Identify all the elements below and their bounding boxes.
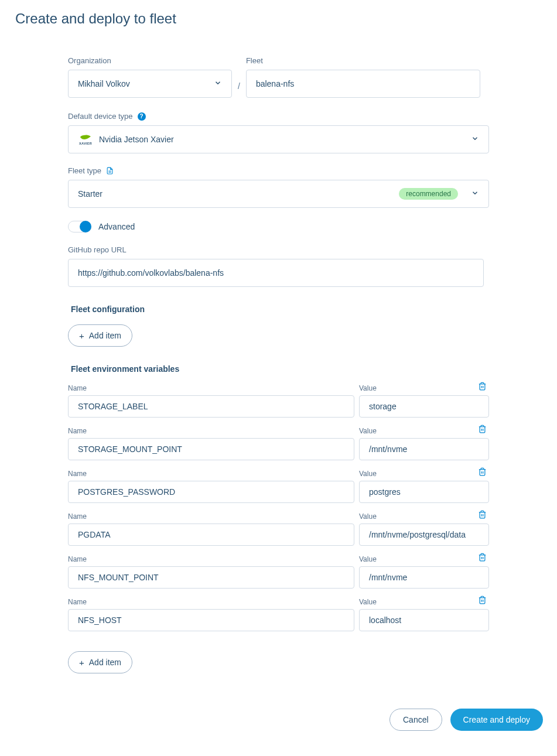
org-fleet-row: Organization Mikhail Volkov / Fleet xyxy=(68,56,489,98)
env-var-row: NameValue xyxy=(68,470,489,503)
page-title: Create and deploy to fleet xyxy=(0,0,557,33)
advanced-toggle-row: Advanced xyxy=(68,221,489,232)
delete-row-button[interactable] xyxy=(473,382,491,404)
trash-icon xyxy=(478,382,487,391)
fleet-type-label: Fleet type xyxy=(68,166,101,175)
env-name-input-el[interactable] xyxy=(78,524,344,546)
footer-buttons: Cancel Create and deploy xyxy=(0,685,557,744)
env-name-input[interactable] xyxy=(68,395,354,418)
env-name-label: Name xyxy=(68,512,354,521)
env-name-col: Name xyxy=(68,384,354,418)
env-name-input[interactable] xyxy=(68,609,354,631)
trash-icon xyxy=(478,553,487,562)
add-item-label: Add item xyxy=(89,331,121,340)
delete-row-button[interactable] xyxy=(473,467,491,490)
env-value-input-el[interactable] xyxy=(369,438,479,460)
env-name-input-el[interactable] xyxy=(78,609,344,631)
fleet-name-field: Fleet xyxy=(246,56,480,98)
organization-field: Organization Mikhail Volkov xyxy=(68,56,232,98)
env-value-input[interactable] xyxy=(359,566,489,589)
env-name-col: Name xyxy=(68,555,354,589)
env-value-label: Value xyxy=(359,384,489,392)
cancel-button[interactable]: Cancel xyxy=(389,709,442,731)
plus-icon: + xyxy=(79,331,84,341)
fleet-type-value: Starter xyxy=(78,189,399,199)
env-name-input-el[interactable] xyxy=(78,481,344,503)
env-name-label: Name xyxy=(68,598,354,606)
delete-row-button[interactable] xyxy=(473,596,491,618)
recommended-badge: recommended xyxy=(399,188,458,200)
env-value-col: Value xyxy=(359,598,489,631)
fleet-env-title: Fleet environment variables xyxy=(71,364,489,374)
nvidia-icon: XAVIER xyxy=(78,133,93,146)
document-icon[interactable] xyxy=(106,166,114,175)
env-name-col: Name xyxy=(68,512,354,546)
env-name-label: Name xyxy=(68,384,354,392)
fleet-type-select[interactable]: Starter recommended xyxy=(68,180,489,208)
device-type-select[interactable]: XAVIER Nvidia Jetson Xavier xyxy=(68,125,489,153)
env-value-input-el[interactable] xyxy=(369,566,479,589)
form-container: Organization Mikhail Volkov / Fleet Defa… xyxy=(0,33,557,685)
env-value-col: Value xyxy=(359,427,489,460)
github-url-input-wrap[interactable] xyxy=(68,259,484,287)
env-var-row: NameValue xyxy=(68,598,489,631)
env-name-input[interactable] xyxy=(68,481,354,503)
trash-icon xyxy=(478,425,487,433)
toggle-knob xyxy=(80,221,91,232)
env-name-input[interactable] xyxy=(68,566,354,589)
env-name-input-el[interactable] xyxy=(78,566,344,589)
organization-select[interactable]: Mikhail Volkov xyxy=(68,70,232,98)
help-icon[interactable]: ? xyxy=(138,112,146,121)
fleet-label: Fleet xyxy=(246,56,480,65)
fleet-name-input-el[interactable] xyxy=(256,79,470,88)
env-name-label: Name xyxy=(68,427,354,435)
env-value-label: Value xyxy=(359,470,489,478)
chevron-down-icon xyxy=(471,189,479,199)
env-value-label: Value xyxy=(359,512,489,521)
create-deploy-button[interactable]: Create and deploy xyxy=(450,709,543,731)
device-type-label: Default device type xyxy=(68,112,133,121)
slash-separator: / xyxy=(238,81,240,98)
github-url-input[interactable] xyxy=(78,268,474,278)
add-env-item-button[interactable]: + Add item xyxy=(68,651,132,673)
env-name-label: Name xyxy=(68,555,354,563)
env-value-col: Value xyxy=(359,555,489,589)
env-value-input[interactable] xyxy=(359,438,489,460)
organization-label: Organization xyxy=(68,56,232,65)
env-value-input[interactable] xyxy=(359,609,489,631)
add-config-item-button[interactable]: + Add item xyxy=(68,324,132,347)
env-name-input-el[interactable] xyxy=(78,395,344,418)
env-value-input-el[interactable] xyxy=(369,524,479,546)
trash-icon xyxy=(478,596,487,604)
env-name-input[interactable] xyxy=(68,524,354,546)
plus-icon: + xyxy=(79,658,84,668)
delete-row-button[interactable] xyxy=(473,425,491,447)
env-name-input[interactable] xyxy=(68,438,354,460)
env-value-col: Value xyxy=(359,384,489,418)
device-type-field: Default device type ? XAVIER Nvidia Jets… xyxy=(68,112,489,153)
env-name-col: Name xyxy=(68,598,354,631)
chevron-down-icon xyxy=(214,79,222,89)
fleet-name-input[interactable] xyxy=(246,70,480,98)
delete-row-button[interactable] xyxy=(473,553,491,575)
env-value-input[interactable] xyxy=(359,395,489,418)
env-var-row: NameValue xyxy=(68,384,489,418)
env-var-list: NameValueNameValueNameValueNameValueName… xyxy=(68,384,489,631)
env-name-label: Name xyxy=(68,470,354,478)
env-value-input[interactable] xyxy=(359,524,489,546)
env-value-input-el[interactable] xyxy=(369,481,479,503)
chevron-down-icon xyxy=(471,135,479,145)
env-name-input-el[interactable] xyxy=(78,438,344,460)
env-var-row: NameValue xyxy=(68,427,489,460)
env-var-row: NameValue xyxy=(68,555,489,589)
fleet-config-title: Fleet configuration xyxy=(71,305,489,314)
trash-icon xyxy=(478,510,487,519)
device-type-value: Nvidia Jetson Xavier xyxy=(99,135,174,144)
advanced-label: Advanced xyxy=(98,222,135,231)
env-value-input[interactable] xyxy=(359,481,489,503)
env-value-input-el[interactable] xyxy=(369,395,479,418)
env-value-input-el[interactable] xyxy=(369,609,479,631)
env-var-row: NameValue xyxy=(68,512,489,546)
advanced-toggle[interactable] xyxy=(68,221,91,232)
delete-row-button[interactable] xyxy=(473,510,491,532)
